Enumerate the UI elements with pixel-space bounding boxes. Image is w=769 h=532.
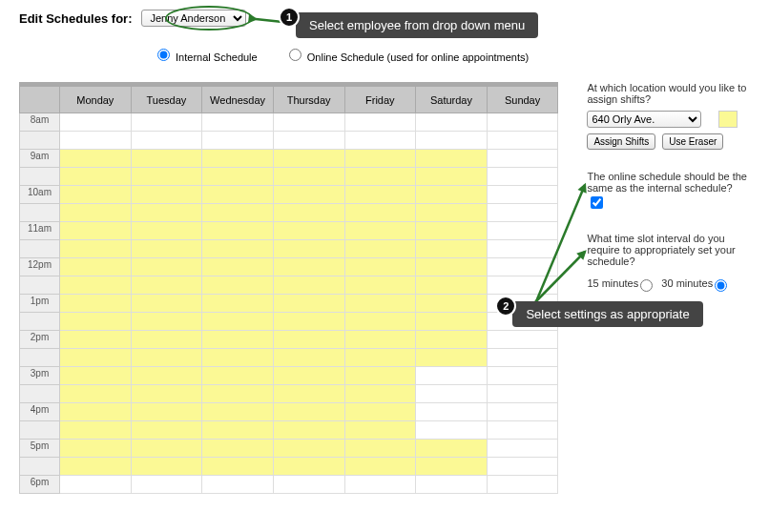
schedule-cell[interactable]	[273, 440, 344, 458]
schedule-cell[interactable]	[60, 150, 132, 168]
schedule-cell[interactable]	[202, 204, 274, 222]
schedule-cell[interactable]	[131, 421, 202, 440]
schedule-cell[interactable]	[344, 222, 416, 240]
schedule-cell[interactable]	[202, 476, 274, 494]
schedule-cell[interactable]	[131, 385, 202, 403]
schedule-cell[interactable]	[487, 132, 558, 150]
schedule-cell[interactable]	[344, 476, 416, 494]
schedule-cell[interactable]	[273, 113, 344, 132]
schedule-cell[interactable]	[487, 385, 558, 403]
schedule-cell[interactable]	[202, 150, 274, 168]
schedule-cell[interactable]	[487, 421, 558, 440]
schedule-cell[interactable]	[202, 403, 274, 421]
schedule-cell[interactable]	[60, 331, 132, 349]
schedule-cell[interactable]	[487, 150, 558, 168]
schedule-cell[interactable]	[416, 150, 488, 168]
schedule-cell[interactable]	[273, 132, 344, 150]
schedule-cell[interactable]	[344, 113, 416, 132]
schedule-cell[interactable]	[416, 476, 488, 494]
schedule-cell[interactable]	[60, 186, 132, 204]
schedule-type-online[interactable]: Online Schedule (used for online appoint…	[284, 51, 529, 63]
schedule-cell[interactable]	[131, 458, 202, 476]
schedule-cell[interactable]	[416, 132, 488, 150]
schedule-cell[interactable]	[131, 186, 202, 204]
schedule-cell[interactable]	[60, 222, 132, 240]
schedule-cell[interactable]	[60, 240, 132, 258]
schedule-cell[interactable]	[202, 276, 274, 295]
schedule-cell[interactable]	[416, 385, 488, 403]
schedule-cell[interactable]	[344, 186, 416, 204]
schedule-cell[interactable]	[202, 240, 274, 258]
schedule-cell[interactable]	[344, 367, 416, 385]
schedule-cell[interactable]	[416, 421, 488, 440]
schedule-cell[interactable]	[416, 186, 488, 204]
schedule-cell[interactable]	[416, 349, 488, 367]
schedule-cell[interactable]	[131, 295, 202, 313]
schedule-cell[interactable]	[202, 313, 274, 331]
schedule-cell[interactable]	[273, 313, 344, 331]
schedule-cell[interactable]	[273, 458, 344, 476]
employee-select[interactable]: Jenny Anderson	[141, 10, 246, 27]
schedule-cell[interactable]	[416, 276, 488, 295]
schedule-cell[interactable]	[344, 295, 416, 313]
schedule-cell[interactable]	[416, 458, 488, 476]
schedule-cell[interactable]	[273, 367, 344, 385]
schedule-cell[interactable]	[202, 421, 274, 440]
schedule-cell[interactable]	[202, 295, 274, 313]
location-select[interactable]: 640 Orly Ave.	[587, 111, 701, 128]
schedule-cell[interactable]	[202, 113, 274, 132]
schedule-cell[interactable]	[131, 168, 202, 186]
schedule-cell[interactable]	[273, 204, 344, 222]
schedule-cell[interactable]	[487, 276, 558, 295]
schedule-cell[interactable]	[202, 367, 274, 385]
schedule-cell[interactable]	[202, 440, 274, 458]
schedule-cell[interactable]	[60, 421, 132, 440]
schedule-cell[interactable]	[416, 403, 488, 421]
schedule-cell[interactable]	[273, 421, 344, 440]
schedule-cell[interactable]	[487, 403, 558, 421]
schedule-cell[interactable]	[131, 331, 202, 349]
schedule-cell[interactable]	[344, 276, 416, 295]
schedule-cell[interactable]	[344, 331, 416, 349]
schedule-cell[interactable]	[344, 132, 416, 150]
schedule-cell[interactable]	[60, 476, 132, 494]
schedule-cell[interactable]	[131, 222, 202, 240]
schedule-cell[interactable]	[487, 367, 558, 385]
use-eraser-button[interactable]: Use Eraser	[662, 133, 723, 150]
schedule-cell[interactable]	[344, 313, 416, 331]
schedule-type-online-radio[interactable]	[289, 49, 301, 61]
schedule-cell[interactable]	[487, 113, 558, 132]
schedule-cell[interactable]	[487, 476, 558, 494]
schedule-cell[interactable]	[416, 440, 488, 458]
schedule-cell[interactable]	[344, 150, 416, 168]
schedule-cell[interactable]	[487, 458, 558, 476]
schedule-cell[interactable]	[60, 168, 132, 186]
schedule-cell[interactable]	[202, 349, 274, 367]
schedule-cell[interactable]	[202, 222, 274, 240]
schedule-cell[interactable]	[487, 349, 558, 367]
schedule-cell[interactable]	[344, 458, 416, 476]
schedule-cell[interactable]	[60, 458, 132, 476]
schedule-type-internal[interactable]: Internal Schedule	[153, 51, 260, 63]
schedule-cell[interactable]	[416, 295, 488, 313]
schedule-cell[interactable]	[273, 258, 344, 276]
schedule-cell[interactable]	[416, 367, 488, 385]
assign-shifts-button[interactable]: Assign Shifts	[587, 133, 655, 150]
schedule-cell[interactable]	[273, 403, 344, 421]
schedule-cell[interactable]	[131, 258, 202, 276]
schedule-cell[interactable]	[202, 458, 274, 476]
schedule-cell[interactable]	[416, 313, 488, 331]
schedule-cell[interactable]	[131, 132, 202, 150]
schedule-cell[interactable]	[416, 204, 488, 222]
schedule-cell[interactable]	[60, 440, 132, 458]
schedule-cell[interactable]	[416, 240, 488, 258]
schedule-cell[interactable]	[202, 331, 274, 349]
schedule-cell[interactable]	[487, 222, 558, 240]
schedule-cell[interactable]	[344, 258, 416, 276]
schedule-cell[interactable]	[131, 204, 202, 222]
schedule-cell[interactable]	[487, 331, 558, 349]
schedule-cell[interactable]	[273, 295, 344, 313]
schedule-cell[interactable]	[60, 113, 132, 132]
interval-30-radio[interactable]	[715, 279, 727, 292]
schedule-cell[interactable]	[60, 349, 132, 367]
